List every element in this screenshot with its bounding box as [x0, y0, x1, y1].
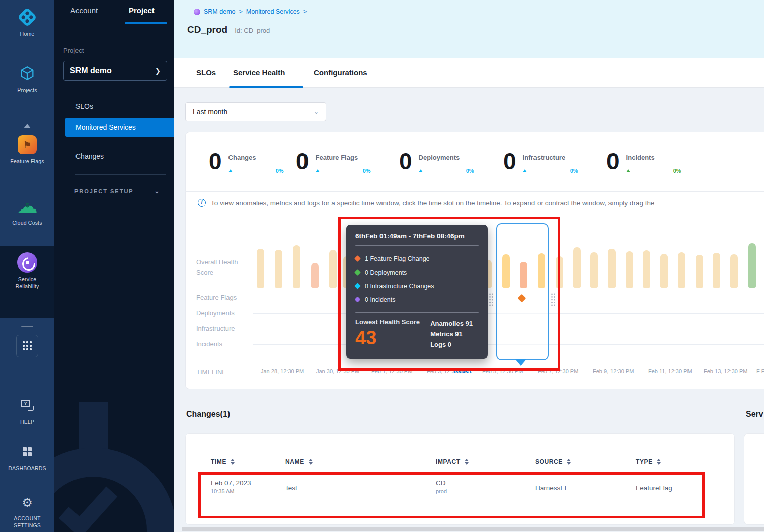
timeline-tick: Feb 13, 12:30 PM	[704, 367, 751, 376]
reset-link[interactable]: Reset	[453, 367, 471, 374]
health-score-bar[interactable]	[257, 249, 264, 288]
breadcrumb-link-monitored-services[interactable]: Monitored Services	[246, 8, 300, 15]
sidebar-item-home[interactable]: Home	[0, 7, 54, 37]
health-score-bar[interactable]	[748, 243, 756, 288]
health-score-bar[interactable]	[275, 250, 282, 288]
stat-percent: 0%	[466, 168, 474, 174]
trend-up-icon	[316, 169, 320, 172]
stat-feature-flags: 0 Feature Flags 0%	[296, 150, 371, 174]
cell-source: HarnessFF	[535, 484, 569, 492]
column-header-impact[interactable]: IMPACT	[436, 458, 469, 465]
project-selector[interactable]: SRM demo ❯	[63, 61, 167, 81]
page-title: CD_prod	[187, 24, 227, 35]
health-score-bar[interactable]	[626, 251, 633, 288]
column-header-source[interactable]: SOURCE	[535, 458, 571, 465]
stat-percent: 0%	[276, 168, 284, 174]
health-score-bar[interactable]	[573, 247, 581, 288]
feature-flags-icon: ⚑	[0, 135, 54, 155]
tab-slos[interactable]: SLOs	[196, 68, 216, 77]
module-grid-button[interactable]	[16, 335, 38, 357]
project-setup-label: PROJECT SETUP	[74, 188, 134, 194]
row-label-feature-flags: Feature Flags	[196, 294, 237, 301]
tooltip-anomalies: Anamolies 91	[430, 318, 473, 329]
sidebar-item-projects[interactable]: Projects	[0, 63, 54, 94]
tooltip-entry-text: 1 Feature Flag Change	[365, 255, 430, 262]
health-score-bar[interactable]	[730, 254, 738, 288]
app-window: Account Project Project SRM demo ❯ SLOs …	[0, 0, 764, 532]
impact-service: CD	[436, 479, 447, 487]
health-score-bar[interactable]	[643, 250, 650, 288]
lowest-health-score-value: 43	[355, 328, 420, 349]
collapse-section-button[interactable]	[0, 124, 54, 128]
project-setup-toggle[interactable]: PROJECT SETUP ⌄	[74, 188, 134, 194]
sidebar-item-label: Home	[0, 30, 54, 37]
sort-icon[interactable]	[309, 459, 313, 465]
tooltip-entry-text: 0 Incidents	[365, 296, 395, 303]
timeline-tick: F P	[756, 367, 764, 376]
stat-incidents: 0 Incidents 0%	[606, 150, 681, 174]
column-header-time[interactable]: TIME	[211, 458, 235, 465]
sort-icon[interactable]	[567, 459, 571, 465]
timeline-selection-window[interactable]	[496, 223, 549, 360]
column-label: TIME	[211, 458, 226, 465]
tab-configurations[interactable]: Configurations	[314, 68, 367, 77]
health-score-bar[interactable]	[293, 245, 300, 288]
changes-heading: Changes(1)	[186, 410, 230, 419]
sidebar-item-slos[interactable]: SLOs	[54, 97, 174, 116]
health-score-bar[interactable]	[678, 252, 685, 288]
sidebar-item-help[interactable]: ? HELP	[0, 395, 54, 425]
sort-icon[interactable]	[231, 459, 235, 465]
nav-tab-project[interactable]: Project	[129, 6, 155, 15]
timeslot-tooltip: 6thFeb 01:49am - 7thFeb 08:46pm 1 Featur…	[346, 225, 488, 359]
trend-up-icon	[228, 169, 233, 172]
home-icon	[0, 7, 54, 27]
health-score-bar[interactable]	[556, 256, 563, 288]
timeline-tick: Jan 30, 12:30 PM	[316, 367, 363, 376]
health-score-bar[interactable]	[713, 253, 720, 288]
stat-value: 0	[606, 150, 620, 174]
lowest-health-score-label: Lowest Health Score	[355, 318, 420, 326]
column-header-name[interactable]: NAME	[285, 458, 313, 465]
sort-icon[interactable]	[465, 459, 469, 465]
sidebar-item-monitored-services[interactable]: Monitored Services	[65, 118, 174, 137]
impact-environment: prod	[436, 488, 447, 494]
sidebar-item-feature-flags[interactable]: ⚑ Feature Flags	[0, 135, 54, 165]
nav-divider	[75, 174, 166, 175]
stat-value: 0	[296, 150, 309, 174]
sidebar-item-account-settings[interactable]: ⚙ ACCOUNT SETTINGS	[0, 493, 54, 529]
nav-tab-account[interactable]: Account	[70, 6, 98, 15]
health-score-bar[interactable]	[608, 249, 616, 288]
health-score-bar[interactable]	[329, 250, 337, 288]
tooltip-entry-text: 0 Infrastructure Changes	[365, 283, 434, 290]
tooltip-divider	[355, 245, 479, 246]
breadcrumb-separator: >	[303, 8, 307, 15]
sort-icon[interactable]	[657, 459, 661, 465]
sidebar-item-label: Cloud Costs	[0, 219, 54, 226]
drag-handle-right[interactable]	[551, 293, 556, 307]
sidebar-item-cloud-costs[interactable]: ☁$ Cloud Costs	[0, 196, 54, 226]
selection-pointer-icon[interactable]	[515, 359, 526, 366]
health-score-bar[interactable]	[696, 255, 703, 288]
sidebar-item-service-reliability[interactable]: Service Reliability	[0, 252, 54, 290]
column-header-type[interactable]: TYPE	[636, 458, 661, 465]
stat-value: 0	[209, 150, 222, 174]
cell-type: FeatureFlag	[636, 484, 672, 492]
sidebar-item-changes[interactable]: Changes	[54, 147, 174, 166]
tab-service-health[interactable]: Service Health	[233, 68, 285, 77]
drag-handle-left[interactable]	[489, 293, 494, 307]
health-score-bar[interactable]	[590, 252, 598, 288]
time-range-select[interactable]: Last month ⌄	[185, 102, 326, 121]
sidebar-item-dashboards[interactable]: DASHBOARDS	[0, 441, 54, 472]
project-avatar-icon	[194, 9, 200, 15]
tooltip-entry-text: 0 Deployments	[365, 269, 407, 276]
breadcrumb-link-project[interactable]: SRM demo	[204, 8, 236, 15]
health-score-bar[interactable]	[311, 263, 319, 288]
horizontal-scrollbar[interactable]	[182, 527, 764, 531]
cell-time: Feb 07, 2023 10:35 AM	[211, 479, 251, 494]
stat-percent: 0%	[570, 168, 578, 174]
health-score-bar[interactable]	[660, 254, 668, 288]
active-tab-underline	[229, 86, 303, 88]
stat-infrastructure: 0 Infrastructure 0%	[503, 150, 578, 174]
timeline-tick: Feb 11, 12:30 PM	[648, 367, 696, 376]
triangle-up-icon	[24, 124, 31, 128]
